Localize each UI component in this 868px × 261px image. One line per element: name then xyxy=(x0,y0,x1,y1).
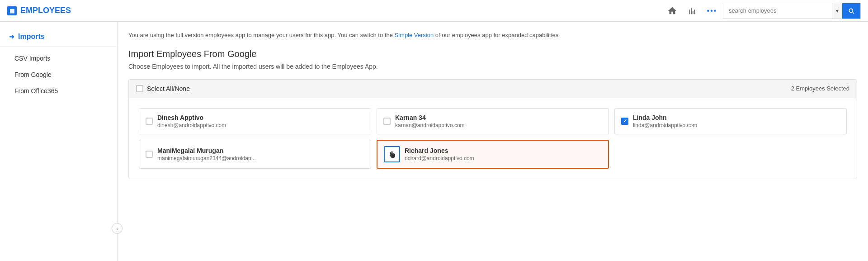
empty-slot xyxy=(612,137,849,171)
info-bar: You are using the full version employees… xyxy=(128,31,857,40)
sidebar-item-from-office365[interactable]: From Office365 xyxy=(0,83,117,99)
hand-cursor-icon xyxy=(387,149,397,159)
employee-name-mani: ManiMegalai Murugan xyxy=(157,147,364,154)
more-button[interactable]: ••• xyxy=(703,2,721,20)
employee-email-karnan: karnan@androidapptivo.com xyxy=(395,122,602,128)
employee-email-richard: richard@androidapptivo.com xyxy=(405,155,602,161)
info-text-before: You are using the full version employees… xyxy=(128,32,395,38)
employee-email-dinesh: dinesh@androidapptivo.com xyxy=(157,122,364,128)
app-logo: ▦ EMPLOYEES xyxy=(7,6,71,15)
sidebar-item-csv-imports[interactable]: CSV Imports xyxy=(0,50,117,66)
select-all-text: Select All/None xyxy=(147,85,190,92)
selection-header: Select All/None 2 Employees Selected xyxy=(129,80,857,98)
employee-grid: Dinesh Apptivo dinesh@androidapptivo.com… xyxy=(129,98,857,179)
employee-card-richard[interactable]: Richard Jones richard@androidapptivo.com xyxy=(377,140,609,169)
sidebar: ➜ Imports CSV Imports From Google From O… xyxy=(0,22,118,261)
employee-name-richard: Richard Jones xyxy=(405,147,602,154)
page-subtitle: Choose Employees to import. All the impo… xyxy=(128,63,857,70)
selection-panel: Select All/None 2 Employees Selected Din… xyxy=(128,79,857,179)
employee-card-dinesh[interactable]: Dinesh Apptivo dinesh@androidapptivo.com xyxy=(139,108,371,134)
employee-card-linda[interactable]: Linda John linda@androidapptivo.com xyxy=(614,108,847,134)
sidebar-collapse-button[interactable]: ‹ xyxy=(112,223,123,234)
page-title: Import Employees From Google xyxy=(128,49,857,59)
employee-card-karnan[interactable]: Karnan 34 karnan@androidapptivo.com xyxy=(377,108,609,134)
sidebar-title-label: Imports xyxy=(18,33,45,41)
employee-name-linda: Linda John xyxy=(633,114,840,121)
simple-version-link[interactable]: Simple Version xyxy=(395,32,434,38)
employee-email-mani: manimegalaimurugan2344@androidap... xyxy=(157,155,364,161)
layout: ➜ Imports CSV Imports From Google From O… xyxy=(0,22,868,261)
employee-checkbox-karnan[interactable] xyxy=(383,118,391,125)
employee-card-mani[interactable]: ManiMegalai Murugan manimegalaimurugan23… xyxy=(139,140,371,169)
search-go-button[interactable] xyxy=(842,3,860,19)
sidebar-title: ➜ Imports xyxy=(0,29,117,47)
employee-info-mani: ManiMegalai Murugan manimegalaimurugan23… xyxy=(157,147,364,161)
select-all-checkbox[interactable] xyxy=(136,85,143,92)
logo-icon: ▦ xyxy=(7,6,17,15)
employee-name-dinesh: Dinesh Apptivo xyxy=(157,114,364,121)
sidebar-item-from-google[interactable]: From Google xyxy=(0,66,117,83)
employee-checkbox-linda[interactable] xyxy=(621,118,628,125)
sidebar-arrow-icon: ➜ xyxy=(9,33,14,40)
search-input[interactable] xyxy=(723,7,832,14)
employee-info-dinesh: Dinesh Apptivo dinesh@androidapptivo.com xyxy=(157,114,364,128)
search-dropdown-button[interactable]: ▾ xyxy=(832,3,842,19)
select-all-label[interactable]: Select All/None xyxy=(136,85,190,92)
employee-email-linda: linda@androidapptivo.com xyxy=(633,122,840,128)
search-container: ▾ xyxy=(723,3,861,19)
employee-info-linda: Linda John linda@androidapptivo.com xyxy=(633,114,840,128)
employee-checkbox-dinesh[interactable] xyxy=(146,118,153,125)
employee-count: 2 Employees Selected xyxy=(791,85,849,92)
employee-info-karnan: Karnan 34 karnan@androidapptivo.com xyxy=(395,114,602,128)
employee-info-richard: Richard Jones richard@androidapptivo.com xyxy=(405,147,602,161)
employee-name-karnan: Karnan 34 xyxy=(395,114,602,121)
chart-button[interactable] xyxy=(683,2,701,20)
employee-checkbox-richard[interactable] xyxy=(384,146,400,162)
home-button[interactable] xyxy=(663,2,681,20)
app-title: EMPLOYEES xyxy=(20,6,71,15)
employee-checkbox-mani[interactable] xyxy=(146,151,153,158)
info-text-after: of our employees app for expanded capabi… xyxy=(435,32,558,38)
header-actions: ••• ▾ xyxy=(663,2,861,20)
main-content: You are using the full version employees… xyxy=(118,22,868,261)
header: ▦ EMPLOYEES ••• ▾ xyxy=(0,0,868,22)
